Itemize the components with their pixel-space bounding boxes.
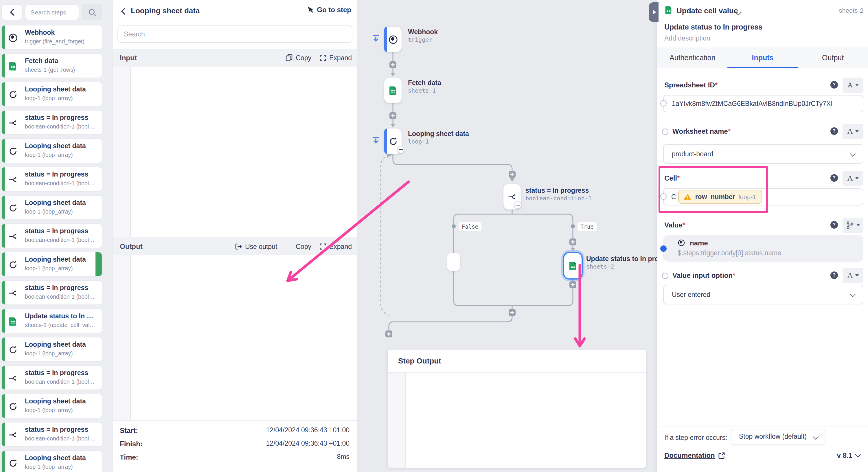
use-output-icon: [235, 243, 242, 250]
step-subtitle: loop-1 (loop_array): [25, 95, 97, 101]
sidebar-step-item-7[interactable]: Looping sheet data loop-1 (loop_array): [1, 195, 102, 220]
sidebar-step-item-12[interactable]: Looping sheet data loop-1 (loop_array): [1, 337, 102, 362]
sidebar-step-item-9[interactable]: Looping sheet data loop-1 (loop_array): [1, 252, 102, 277]
value-input-option-select[interactable]: User entered: [663, 285, 863, 304]
value-label: Value*: [664, 221, 685, 229]
go-to-step-button[interactable]: Go to step: [307, 6, 351, 14]
step-title: Looping sheet data: [25, 199, 95, 206]
step-icon: [8, 288, 18, 298]
help-icon[interactable]: ?: [830, 81, 838, 89]
step-subtitle: loop-1 (loop_array): [25, 407, 97, 413]
step-subtitle: boolean-condition-1 (boole...: [25, 379, 97, 385]
loop-node-label: Looping sheet data loop-1: [408, 130, 469, 145]
step-icon: [8, 459, 18, 468]
sidebar-step-item-11[interactable]: Update status to In pr... sheets-2 (upda…: [1, 308, 102, 333]
sidebar-collapse-button[interactable]: [1, 4, 23, 20]
output-copy-button[interactable]: Copy: [285, 242, 311, 250]
loop-accent-bar: [384, 128, 387, 154]
step-status-bar: [2, 281, 5, 304]
finish-label: Finish:: [120, 440, 143, 448]
inspector-collapse-tab[interactable]: [649, 2, 658, 22]
chevron-down-icon: [850, 291, 856, 297]
help-icon[interactable]: ?: [830, 271, 838, 279]
sidebar-step-item-14[interactable]: Looping sheet data loop-1 (loop_array): [1, 393, 102, 418]
loop-collapse-button[interactable]: [397, 146, 404, 153]
step-subtitle: boolean-condition-1 (boole...: [25, 237, 97, 243]
error-handling-select[interactable]: Stop workflow (default): [731, 429, 825, 444]
spreadsheet-id-map-toggle[interactable]: [660, 100, 666, 107]
worksheet-name-select[interactable]: product-board: [663, 144, 863, 164]
sidebar-step-item-3[interactable]: Looping sheet data loop-1 (loop_array): [1, 82, 102, 107]
step-title: status = In progress: [25, 369, 95, 376]
condition-collapse-button[interactable]: [514, 201, 521, 209]
step-title: status = In progress: [25, 426, 95, 433]
sidebar-step-item-16[interactable]: Looping sheet data loop-1 (loop_array): [1, 450, 102, 472]
help-icon[interactable]: ?: [830, 221, 838, 229]
jump-to-loop-pin-icon[interactable]: [372, 137, 380, 144]
row-number-token-chip[interactable]: row_number loop-1: [679, 190, 762, 204]
sidebar-step-item-10[interactable]: status = In progress boolean-condition-1…: [1, 280, 102, 305]
documentation-link[interactable]: Documentation: [664, 451, 725, 460]
tab-inputs[interactable]: Inputs: [728, 48, 798, 68]
fetch-node-label: Fetch data sheets-1: [408, 79, 441, 94]
canvas-node-fetch-data[interactable]: [384, 78, 402, 103]
sidebar-step-item-1[interactable]: Webhook trigger (fire_and_forget): [1, 25, 102, 50]
selected-indicator: [95, 252, 102, 276]
input-code-editor[interactable]: [113, 66, 357, 237]
field-type-selector[interactable]: A: [842, 268, 863, 283]
input-copy-button[interactable]: Copy: [285, 54, 311, 61]
action-selector[interactable]: Update cell value: [677, 6, 738, 15]
jump-to-trigger-pin-icon[interactable]: [372, 35, 380, 42]
output-expand-button[interactable]: Expand: [319, 243, 352, 250]
canvas-node-update-cell[interactable]: [564, 253, 582, 278]
step-title[interactable]: Update status to In progress: [664, 23, 763, 31]
sidebar-step-item-13[interactable]: status = In progress boolean-condition-1…: [1, 365, 102, 390]
input-expand-button[interactable]: Expand: [319, 54, 352, 61]
step-status-bar: [2, 451, 5, 472]
globe-icon: [678, 239, 685, 246]
canvas-node-webhook[interactable]: [384, 27, 402, 52]
step-output-panel: Step Output: [388, 350, 646, 468]
sidebar-step-item-2[interactable]: Fetch data sheets-1 (get_rows): [1, 53, 102, 78]
field-type-selector[interactable]: A: [842, 124, 863, 139]
spreadsheet-id-field[interactable]: [663, 95, 863, 112]
search-steps-input[interactable]: [25, 4, 79, 20]
step-status-bar: [2, 26, 5, 49]
value-mapped-field[interactable]: name $.steps.trigger.body[0].status.name: [663, 235, 863, 262]
detail-search-input[interactable]: [118, 26, 352, 43]
use-output-button[interactable]: Use output: [235, 243, 277, 250]
help-icon[interactable]: ?: [830, 174, 838, 182]
output-code-editor[interactable]: [113, 255, 357, 420]
worksheet-map-toggle[interactable]: [662, 128, 669, 135]
spreadsheet-id-input[interactable]: [664, 95, 863, 112]
step-icon: [8, 118, 18, 128]
field-type-selector[interactable]: A: [842, 171, 863, 186]
sidebar-step-item-15[interactable]: status = In progress boolean-condition-1…: [1, 422, 102, 447]
sidebar-step-item-4[interactable]: status = In progress boolean-condition-1…: [1, 110, 102, 135]
value-input-option-map-toggle[interactable]: [662, 273, 669, 279]
field-type-selector-mapped[interactable]: [842, 217, 863, 233]
search-steps-button[interactable]: [82, 4, 102, 20]
detail-header: Looping sheet data Go to step: [113, 0, 357, 22]
add-description[interactable]: Add description: [664, 35, 710, 42]
cell-field[interactable]: C row_number loop-1: [663, 188, 863, 205]
step-subtitle: loop-1 (loop_array): [25, 152, 97, 158]
sidebar-step-item-8[interactable]: status = In progress boolean-condition-1…: [1, 224, 102, 248]
field-type-selector[interactable]: A: [842, 78, 863, 93]
tab-authentication[interactable]: Authentication: [657, 48, 728, 68]
help-icon[interactable]: ?: [830, 127, 838, 135]
step-output-code-editor[interactable]: [388, 373, 646, 468]
output-label: Output: [120, 242, 143, 250]
chevron-left-icon: [121, 7, 126, 15]
cell-label: Cell*: [664, 174, 680, 182]
step-status-bar: [2, 54, 5, 78]
tab-output[interactable]: Output: [798, 48, 868, 68]
version-selector[interactable]: v 8.1: [837, 451, 860, 460]
sidebar-step-item-6[interactable]: status = In progress boolean-condition-1…: [1, 167, 102, 191]
chevron-down-icon: [813, 434, 818, 440]
detail-back-button[interactable]: [118, 6, 128, 16]
sidebar-step-item-5[interactable]: Looping sheet data loop-1 (loop_array): [1, 138, 102, 163]
cell-map-toggle[interactable]: [660, 193, 666, 200]
mapped-value-name: name: [690, 239, 708, 247]
empty-branch-placeholder[interactable]: [447, 253, 460, 271]
